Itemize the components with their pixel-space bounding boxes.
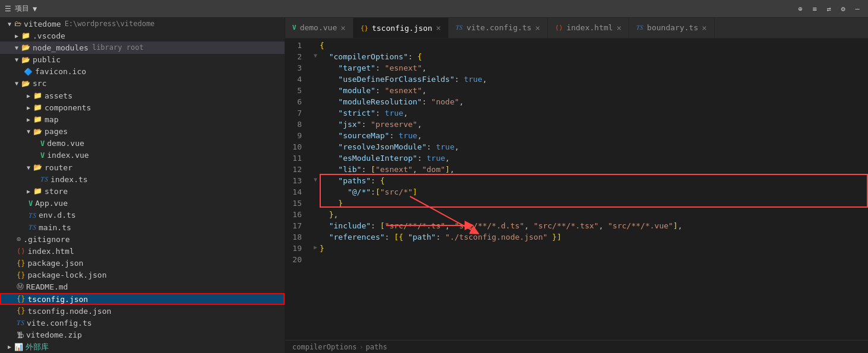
- sort-button[interactable]: ⇄: [823, 3, 835, 15]
- folder-icon-vscode: 📁: [21, 31, 30, 40]
- settings-button[interactable]: ⚙: [837, 3, 849, 15]
- close-panel-button[interactable]: —: [851, 3, 863, 15]
- tab-close-demo-vue[interactable]: ×: [340, 23, 345, 33]
- ico-icon: 🔷: [24, 68, 33, 76]
- code-line-20: 20: [285, 255, 868, 266]
- ts-icon-main: 𝑇𝑆: [29, 223, 36, 231]
- sidebar-item-app-vue[interactable]: V App.vue: [0, 198, 285, 209]
- sidebar-item-public[interactable]: ▼ 📂 public: [0, 54, 285, 66]
- gutter-13: ▼: [311, 176, 320, 183]
- sidebar-item-readme[interactable]: Ⓜ README.md: [0, 281, 285, 293]
- vue-tab-icon: V: [292, 24, 296, 31]
- breadcrumb-item-2[interactable]: paths: [366, 343, 387, 351]
- sidebar-item-favicon[interactable]: 🔷 favicon.ico: [0, 66, 285, 78]
- tab-vite-config[interactable]: 𝑇𝑆 vite.config.ts ×: [449, 18, 548, 38]
- sidebar-item-store[interactable]: ▶ 📁 store: [0, 185, 285, 197]
- line-content-18: "references": [{ "path": "./tsconfig.nod…: [320, 233, 868, 241]
- sidebar-item-node-modules[interactable]: ▼ 📂 node_modules library root: [0, 42, 285, 53]
- folder-icon-router: 📂: [33, 163, 42, 171]
- breadcrumb-item-1[interactable]: compilerOptions: [292, 343, 356, 351]
- line-content-6: "moduleResolution": "node",: [320, 97, 868, 106]
- folder-icon-pages: 📂: [33, 128, 42, 136]
- folder-open-icon: 🗁: [14, 20, 21, 28]
- sidebar-item-vscode[interactable]: ▶ 📁 .vscode: [0, 30, 285, 42]
- tab-close-vite[interactable]: ×: [535, 23, 540, 33]
- code-line-16: 16 },: [285, 210, 868, 221]
- sidebar-item-external[interactable]: ▶ 📊 外部库: [0, 341, 285, 353]
- line-content-9: "sourceMap": true,: [320, 131, 868, 140]
- tab-label-vite-config: vite.config.ts: [466, 23, 532, 32]
- sidebar-item-package-json[interactable]: {} package.json: [0, 257, 285, 269]
- sidebar: ▼ 🗁 vitedome E:\wordpress\vitedome ▶ 📁 .…: [0, 18, 285, 353]
- tab-demo-vue[interactable]: V demo.vue ×: [285, 18, 353, 38]
- tab-close-index-html[interactable]: ×: [617, 23, 621, 33]
- code-line-17: 17 "include": ["src/**/*.ts", "src/**/*.…: [285, 221, 868, 233]
- json-icon-tsconfig: {}: [17, 295, 25, 303]
- tab-close-boundary[interactable]: ×: [702, 23, 706, 33]
- line-content-13: "paths": {: [320, 176, 868, 185]
- line-content-15: }: [320, 199, 868, 208]
- line-num-12: 12: [285, 165, 311, 174]
- bar-chart-icon: 📊: [14, 343, 23, 351]
- line-num-20: 20: [285, 255, 311, 264]
- json-icon-package: {}: [17, 259, 25, 268]
- sidebar-item-index-html[interactable]: ⟨⟩ index.html: [0, 245, 285, 257]
- folder-icon-assets: 📁: [33, 91, 42, 100]
- sidebar-item-tsconfig-json[interactable]: {} tsconfig.json: [0, 293, 285, 305]
- md-icon: Ⓜ: [17, 282, 24, 292]
- line-num-1: 1: [285, 41, 311, 50]
- titlebar-actions: ⊕ ≡ ⇄ ⚙ —: [794, 3, 863, 15]
- code-line-10: 10 "resolveJsonModule": true,: [285, 142, 868, 154]
- sidebar-item-demo-vue[interactable]: V demo.vue: [0, 138, 285, 150]
- tab-bar: V demo.vue × {} tsconfig.json × 𝑇𝑆 vite.…: [285, 18, 868, 39]
- code-line-4: 4 "useDefineForClassFields": true,: [285, 75, 868, 86]
- line-content-2: "compilerOptions": {: [320, 52, 868, 61]
- tab-close-tsconfig[interactable]: ×: [436, 23, 441, 33]
- sidebar-item-components[interactable]: ▶ 📁 components: [0, 101, 285, 113]
- collapse-button[interactable]: ≡: [809, 3, 820, 15]
- code-line-15: 15 }: [285, 199, 868, 210]
- sidebar-item-router-index[interactable]: 𝑇𝑆 index.ts: [0, 173, 285, 185]
- new-file-button[interactable]: ⊕: [794, 3, 806, 15]
- line-content-10: "resolveJsonModule": true,: [320, 142, 868, 151]
- tab-label-demo-vue: demo.vue: [300, 23, 337, 32]
- editor-area: V demo.vue × {} tsconfig.json × 𝑇𝑆 vite.…: [285, 18, 868, 353]
- line-num-13: 13: [285, 176, 311, 185]
- sidebar-item-router[interactable]: ▼ 📂 router: [0, 161, 285, 173]
- sidebar-item-main-ts[interactable]: 𝑇𝑆 main.ts: [0, 221, 285, 233]
- sidebar-item-index-vue[interactable]: V index.vue: [0, 150, 285, 161]
- line-content-4: "useDefineForClassFields": true,: [320, 75, 868, 84]
- html-tab-icon: ⟨⟩: [555, 24, 563, 31]
- folder-icon-components: 📁: [33, 103, 42, 112]
- sidebar-item-src[interactable]: ▼ 📂 src: [0, 78, 285, 90]
- line-content-12: "lib": ["esnext", "dom"],: [320, 165, 868, 174]
- menu-icon: ☰: [5, 5, 11, 13]
- tab-tsconfig-json[interactable]: {} tsconfig.json ×: [353, 18, 449, 38]
- sidebar-item-pages[interactable]: ▼ 📂 pages: [0, 126, 285, 138]
- sidebar-item-env-d-ts[interactable]: 𝑇𝑆 env.d.ts: [0, 209, 285, 221]
- html-icon: ⟨⟩: [17, 247, 25, 255]
- line-num-15: 15: [285, 199, 311, 208]
- sidebar-item-package-lock[interactable]: {} package-lock.json: [0, 269, 285, 281]
- sidebar-item-map[interactable]: ▶ 📁 map: [0, 113, 285, 125]
- line-num-4: 4: [285, 75, 311, 84]
- project-label: 项目: [15, 4, 29, 14]
- folder-icon-src: 📂: [21, 79, 30, 88]
- sidebar-item-vite-config[interactable]: 𝑇𝑆 vite.config.ts: [0, 317, 285, 329]
- json-tab-icon: {}: [361, 24, 368, 32]
- sidebar-item-tsconfig-node[interactable]: {} tsconfig.node.json: [0, 305, 285, 317]
- tab-index-html[interactable]: ⟨⟩ index.html ×: [548, 18, 629, 38]
- sidebar-item-root[interactable]: ▼ 🗁 vitedome E:\wordpress\vitedome: [0, 18, 285, 30]
- tab-boundary-ts[interactable]: 𝑇𝑆 boundary.ts ×: [629, 18, 715, 38]
- sidebar-item-gitignore[interactable]: ⊙ .gitignore: [0, 233, 285, 245]
- code-line-19: 19 ▶ }: [285, 244, 868, 255]
- code-line-5: 5 "module": "esnext",: [285, 86, 868, 97]
- line-num-9: 9: [285, 131, 311, 140]
- code-line-7: 7 "strict": true,: [285, 109, 868, 120]
- sidebar-item-vitedome-zip[interactable]: 🗜 vitedome.zip: [0, 329, 285, 341]
- vue-icon-index: V: [40, 151, 45, 160]
- editor-content[interactable]: 1 { 2 ▼ "compilerOptions": { 3 "target":…: [285, 39, 868, 340]
- sidebar-item-assets[interactable]: ▶ 📁 assets: [0, 90, 285, 101]
- line-num-10: 10: [285, 142, 311, 151]
- code-line-3: 3 "target": "esnext",: [285, 63, 868, 75]
